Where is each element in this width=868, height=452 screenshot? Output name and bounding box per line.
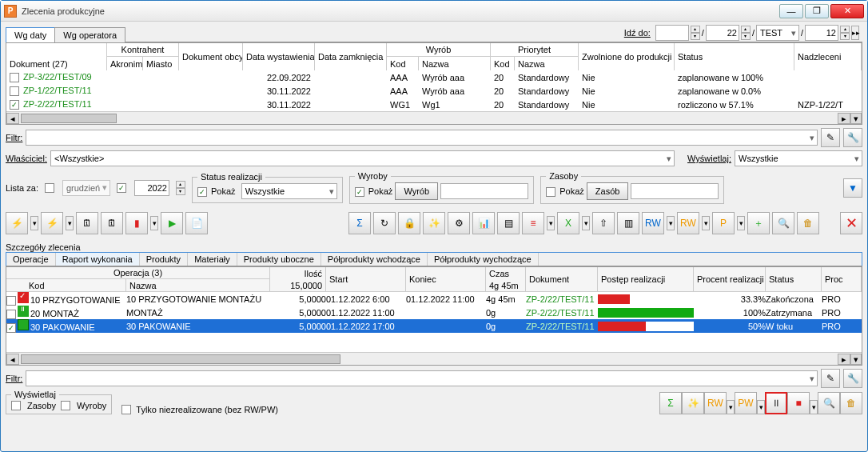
op-row[interactable]: 10 PRZYGOTOWANIE10 PRZYGOTOWANIE MONTAŻU… <box>6 292 862 306</box>
tab-produkty-uboczne[interactable]: Produkty uboczne <box>237 253 321 266</box>
filter-clear-button[interactable]: ✎ <box>821 128 840 147</box>
zasoby-check[interactable] <box>11 401 21 410</box>
scroll-thumb[interactable] <box>21 114 117 123</box>
goto-field-1[interactable] <box>655 25 689 41</box>
bolt2-dd[interactable]: ▾ <box>66 216 74 230</box>
table-row[interactable]: ZP-2/22/TEST/1130.11.2022WG1Wg120Standar… <box>6 98 862 111</box>
bottom-sparkle-icon[interactable]: ✨ <box>682 392 704 414</box>
lock-icon[interactable]: 🔒 <box>398 212 420 234</box>
zasoby-show-check[interactable] <box>546 187 555 197</box>
op-scroll-right[interactable]: ▸ <box>838 354 850 365</box>
col-wyrob[interactable]: Wyrób <box>387 43 491 57</box>
col-miasto[interactable]: Miasto <box>143 57 179 70</box>
col-prio-nazwa[interactable]: Nazwa <box>515 57 579 70</box>
minimize-button[interactable]: — <box>779 4 803 18</box>
year-down[interactable]: ▾ <box>176 188 185 195</box>
year-check[interactable] <box>117 183 126 193</box>
row-check[interactable] <box>10 73 19 82</box>
zasob-button[interactable]: Zasób <box>587 182 629 200</box>
goto-go[interactable]: ▸▸ <box>851 26 859 40</box>
col-dokument[interactable]: Dokument (27) <box>6 43 107 70</box>
col-akronim[interactable]: Akronim <box>107 57 143 70</box>
p-dd[interactable]: ▾ <box>737 216 745 230</box>
tab-produkty[interactable]: Produkty <box>140 253 188 266</box>
delete-icon[interactable]: 🗑 <box>797 212 819 234</box>
up-icon[interactable]: ⇧ <box>592 212 615 234</box>
col-op-dokument[interactable]: Dokument <box>526 267 598 291</box>
col-postep[interactable]: Postęp realizacji <box>598 267 694 291</box>
op-row[interactable]: 30 PAKOWANIE30 PAKOWANIE5,000001.12.2022… <box>6 319 862 333</box>
maximize-button[interactable]: ❐ <box>805 4 829 18</box>
close-x-icon[interactable]: ✕ <box>840 212 862 234</box>
tylko-check[interactable] <box>121 405 131 414</box>
col-start[interactable]: Start <box>326 267 406 291</box>
goto-1-down[interactable]: ▾ <box>691 33 700 40</box>
col-data-zamk[interactable]: Data zamknięcia <box>315 43 387 70</box>
bolt-icon[interactable]: ⚡ <box>6 212 28 234</box>
bottom-delete-icon[interactable]: 🗑 <box>840 392 862 414</box>
col-nadzlecenie[interactable]: Nadzleceni <box>794 43 862 70</box>
zasob-input[interactable] <box>631 183 719 199</box>
col-kontrahent[interactable]: Kontrahent <box>107 43 179 57</box>
col-zwolnione[interactable]: Zwolnione do produkcji <box>579 43 675 70</box>
col-wyrob-kod[interactable]: Kod <box>387 57 419 70</box>
goto-2-down[interactable]: ▾ <box>741 33 751 40</box>
rw-dd[interactable]: ▾ <box>667 216 675 230</box>
add-icon[interactable]: ＋ <box>747 212 770 234</box>
col-priorytet[interactable]: Priorytet <box>491 43 579 57</box>
bolt2-icon[interactable]: ⚡ <box>41 212 63 234</box>
tab-wg-daty[interactable]: Wg daty <box>6 27 55 42</box>
col-wyrob-nazwa[interactable]: Nazwa <box>419 57 491 70</box>
tab-raport-wykonania[interactable]: Raport wykonania <box>56 253 140 266</box>
op-body[interactable]: 10 PRZYGOTOWANIE10 PRZYGOTOWANIE MONTAŻU… <box>6 292 862 333</box>
close-button[interactable]: ✕ <box>830 4 864 18</box>
bottom-pw-dd[interactable]: ▾ <box>757 400 765 414</box>
scroll-end[interactable]: ▾ <box>850 113 862 124</box>
op-check[interactable] <box>6 296 16 306</box>
tab-materiały[interactable]: Materiały <box>188 253 237 266</box>
rw2-dd[interactable]: ▾ <box>702 216 710 230</box>
op-doc-link[interactable]: ZP-2/22/TEST/11 <box>526 294 595 304</box>
gantt-icon[interactable]: ▤ <box>497 212 520 234</box>
scroll-right[interactable]: ▸ <box>838 113 850 124</box>
search-icon[interactable]: 🔍 <box>772 212 794 234</box>
col-procent[interactable]: Procent realizacji <box>694 267 766 291</box>
bottom-rw-icon[interactable]: RW <box>704 392 727 414</box>
goto-4-up[interactable]: ▴ <box>840 26 850 33</box>
rw-orange-icon[interactable]: RW <box>677 212 699 234</box>
list-dd[interactable]: ▾ <box>547 216 555 230</box>
col-data-wyst[interactable]: Data wystawienia <box>243 43 315 70</box>
table-row[interactable]: ZP-3/22/TEST/0922.09.2022AAAWyrób aaa20S… <box>6 70 862 84</box>
bottom-filter-config[interactable]: 🔧 <box>843 369 862 388</box>
chart-icon[interactable]: 📊 <box>472 212 495 234</box>
goto-field-2[interactable]: 22 <box>706 25 739 41</box>
col-op-status[interactable]: Status <box>766 267 822 291</box>
goto-series[interactable]: TEST <box>756 25 799 41</box>
stop-button[interactable]: ■ <box>787 392 810 414</box>
col-status[interactable]: Status <box>675 43 794 70</box>
op-scroll-end[interactable]: ▾ <box>850 354 862 365</box>
grid-body[interactable]: ZP-3/22/TEST/0922.09.2022AAAWyrób aaa20S… <box>6 70 862 111</box>
forward-icon[interactable]: ▶ <box>161 212 183 234</box>
gear-icon[interactable]: ⚙ <box>448 212 470 234</box>
bottom-sum-icon[interactable]: Σ <box>659 392 682 414</box>
stop-dd[interactable]: ▾ <box>810 400 818 414</box>
op-check[interactable] <box>6 310 16 319</box>
col-op-nazwa[interactable]: Nazwa <box>126 279 270 291</box>
bottom-filter-input[interactable] <box>26 370 818 386</box>
goto-4-down[interactable]: ▾ <box>840 33 850 40</box>
document-icon[interactable]: 📄 <box>185 212 208 234</box>
year-up[interactable]: ▴ <box>176 181 185 188</box>
status-show-check[interactable] <box>197 187 207 197</box>
bottom-rw-dd[interactable]: ▾ <box>727 400 735 414</box>
col-proc[interactable]: Proc <box>822 267 862 291</box>
goto-2-up[interactable]: ▴ <box>741 26 751 33</box>
op-scroll-left[interactable]: ◂ <box>6 354 19 365</box>
wyrob-button[interactable]: Wyrób <box>395 182 438 200</box>
bottom-search-icon[interactable]: 🔍 <box>818 392 840 414</box>
year-input[interactable]: 2022 <box>134 180 169 196</box>
excel-dd[interactable]: ▾ <box>582 216 590 230</box>
wyroby-check[interactable] <box>61 401 70 410</box>
op-check[interactable] <box>6 323 16 333</box>
refresh-icon[interactable]: ↻ <box>373 212 396 234</box>
